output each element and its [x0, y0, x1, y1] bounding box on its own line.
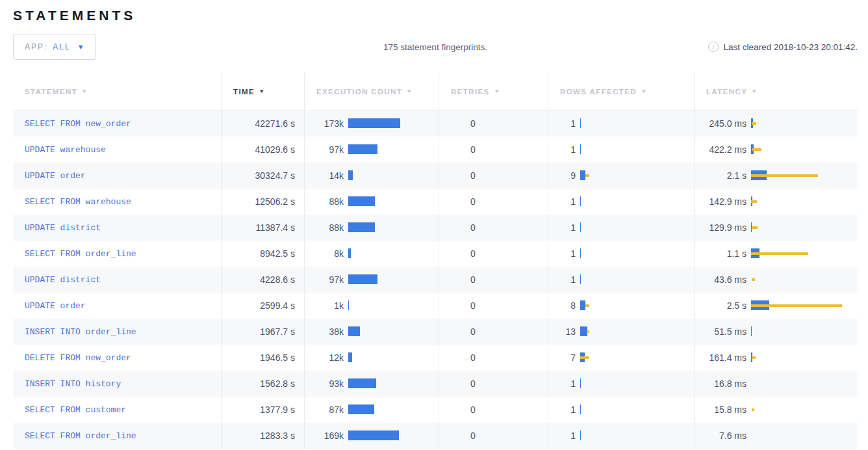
column-header-statement[interactable]: STATEMENT▼ — [13, 73, 221, 110]
statement-link[interactable]: SELECT FROM new_order — [25, 119, 131, 129]
app-filter-dropdown[interactable]: APP: ALL ▼ — [13, 34, 96, 60]
execution-count-bar — [348, 300, 439, 311]
rows-affected-cell: 1 — [548, 137, 694, 163]
execution-count-bar — [348, 170, 439, 181]
statement-link[interactable]: INSERT INTO history — [25, 379, 121, 389]
info-icon[interactable]: i — [708, 42, 719, 52]
latency-bar — [751, 326, 858, 337]
latency-bar — [751, 170, 858, 181]
table-row: SELECT FROM order_line 8942.5 s 8k 0 1 1… — [13, 241, 858, 267]
rows-affected-cell: 1 — [548, 241, 694, 267]
time-cell: 1946.5 s — [221, 345, 304, 371]
statement-cell: INSERT INTO order_line — [13, 319, 221, 345]
time-cell: 8942.5 s — [221, 241, 304, 267]
execution-count-value: 97k — [305, 144, 344, 155]
rows-affected-value: 1 — [548, 196, 576, 207]
retries-cell: 0 — [439, 293, 548, 319]
statements-page: STATEMENTS APP: ALL ▼ 175 statement fing… — [0, 0, 868, 449]
time-cell: 1283.3 s — [221, 423, 304, 449]
rows-affected-cell: 1 — [548, 423, 694, 449]
statement-cell: SELECT FROM warehouse — [13, 189, 221, 215]
statement-link[interactable]: DELETE FROM new_order — [25, 353, 131, 363]
time-cell: 1377.9 s — [221, 397, 304, 423]
execution-count-bar — [348, 222, 439, 233]
sort-arrow-icon: ▼ — [751, 88, 758, 94]
rows-affected-bar — [580, 300, 694, 311]
statement-cell: SELECT FROM order_line — [13, 423, 221, 449]
statement-link[interactable]: INSERT INTO order_line — [25, 327, 136, 337]
latency-bar — [751, 378, 858, 389]
statement-cell: DELETE FROM new_order — [13, 345, 221, 371]
latency-cell: 1.1 s — [694, 241, 858, 267]
statement-link[interactable]: SELECT FROM order_line — [25, 249, 136, 259]
execution-count-value: 88k — [305, 222, 344, 233]
retries-cell: 0 — [439, 111, 548, 137]
table-row: UPDATE order 30324.7 s 14k 0 9 2.1 s — [13, 163, 858, 189]
latency-cell: 16.8 ms — [694, 371, 858, 397]
time-cell: 12506.2 s — [221, 189, 304, 215]
statement-link[interactable]: UPDATE warehouse — [25, 145, 106, 155]
latency-cell: 7.6 ms — [694, 423, 858, 449]
time-cell: 1967.7 s — [221, 319, 304, 345]
rows-affected-cell: 1 — [548, 371, 694, 397]
statement-link[interactable]: UPDATE district — [25, 223, 101, 233]
statement-link[interactable]: UPDATE order — [25, 171, 86, 181]
execution-count-cell: 169k — [304, 423, 439, 449]
statement-cell: UPDATE warehouse — [13, 137, 221, 163]
sort-arrow-icon: ▼ — [406, 88, 413, 94]
column-header-label: STATEMENT — [25, 88, 77, 96]
sort-arrow-icon: ▼ — [259, 88, 266, 94]
latency-value: 2.5 s — [695, 300, 747, 311]
chevron-down-icon: ▼ — [77, 43, 84, 51]
statement-link[interactable]: UPDATE order — [25, 301, 86, 311]
statement-link[interactable]: SELECT FROM order_line — [25, 431, 136, 441]
time-cell: 41029.6 s — [221, 137, 304, 163]
rows-affected-bar — [580, 352, 694, 363]
rows-affected-bar — [580, 404, 694, 415]
latency-value: 16.8 ms — [695, 378, 747, 389]
retries-cell: 0 — [439, 137, 548, 163]
toolbar: APP: ALL ▼ 175 statement fingerprints. i… — [13, 34, 858, 60]
rows-affected-cell: 1 — [548, 189, 694, 215]
rows-affected-value: 1 — [548, 378, 576, 389]
table-row: DELETE FROM new_order 1946.5 s 12k 0 7 1… — [13, 345, 858, 371]
statement-cell: UPDATE order — [13, 163, 221, 189]
rows-affected-bar — [580, 170, 694, 181]
column-header-execution-count[interactable]: EXECUTION COUNT▼ — [304, 73, 439, 110]
statement-link[interactable]: UPDATE district — [25, 275, 101, 285]
retries-cell: 0 — [439, 397, 548, 423]
latency-value: 129.9 ms — [695, 222, 747, 233]
table-row: SELECT FROM order_line 1283.3 s 169k 0 1… — [13, 423, 858, 449]
retries-cell: 0 — [439, 319, 548, 345]
statement-cell: SELECT FROM new_order — [13, 111, 221, 137]
execution-count-value: 169k — [305, 430, 344, 441]
execution-count-cell: 87k — [304, 397, 439, 423]
execution-count-bar — [348, 326, 439, 337]
execution-count-cell: 97k — [304, 137, 439, 163]
column-header-retries[interactable]: RETRIES▼ — [439, 73, 548, 110]
latency-cell: 161.4 ms — [694, 345, 858, 371]
rows-affected-cell: 7 — [548, 345, 694, 371]
rows-affected-cell: 1 — [548, 215, 694, 241]
rows-affected-value: 1 — [548, 274, 576, 285]
statement-cell: UPDATE district — [13, 267, 221, 293]
latency-value: 161.4 ms — [695, 352, 747, 363]
latency-bar — [751, 404, 858, 415]
page-title: STATEMENTS — [13, 5, 858, 23]
rows-affected-cell: 9 — [548, 163, 694, 189]
table-row: UPDATE warehouse 41029.6 s 97k 0 1 422.2… — [13, 137, 858, 163]
sort-arrow-icon: ▼ — [494, 88, 501, 94]
statement-link[interactable]: SELECT FROM customer — [25, 405, 126, 415]
rows-affected-bar — [580, 222, 694, 233]
column-header-label: ROWS AFFECTED — [560, 88, 637, 96]
column-header-rows-affected[interactable]: ROWS AFFECTED▼ — [548, 73, 694, 110]
app-filter-value: ALL — [53, 42, 70, 51]
rows-affected-value: 1 — [548, 144, 576, 155]
column-header-latency[interactable]: LATENCY▼ — [694, 73, 858, 110]
statement-link[interactable]: SELECT FROM warehouse — [25, 197, 131, 207]
rows-affected-value: 1 — [548, 430, 576, 441]
rows-affected-bar — [580, 274, 694, 285]
retries-cell: 0 — [439, 163, 548, 189]
latency-bar — [751, 274, 858, 285]
column-header-time[interactable]: TIME▼ — [221, 73, 304, 110]
